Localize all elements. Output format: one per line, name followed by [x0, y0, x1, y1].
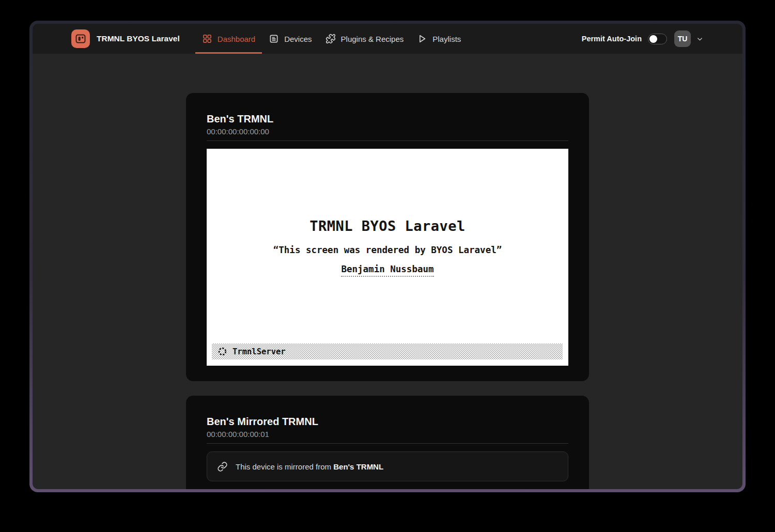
main-nav: Dashboard Devices — [195, 24, 468, 54]
mirror-source-device: Ben's TRMNL — [333, 462, 383, 471]
device-card-bens-trmnl: Ben's TRMNL 00:00:00:00:00:00 TRMNL BYOS… — [186, 93, 589, 381]
nav-item-dashboard[interactable]: Dashboard — [195, 24, 262, 54]
app-window-frame: TRMNL BYOS Laravel Dashboard — [29, 21, 746, 492]
card-divider — [207, 140, 568, 141]
device-mac-address: 00:00:00:00:00:00 — [207, 126, 568, 137]
nav-label: Playlists — [432, 35, 461, 43]
spinner-icon — [218, 347, 227, 356]
nav-item-playlists[interactable]: Playlists — [410, 24, 468, 54]
nav-label: Plugins & Recipes — [341, 35, 404, 43]
permit-auto-join-label: Permit Auto-Join — [582, 35, 642, 43]
screen-status-bar: TrmnlServer — [212, 343, 563, 359]
main-content: Ben's TRMNL 00:00:00:00:00:00 TRMNL BYOS… — [33, 54, 742, 489]
app-title[interactable]: TRMNL BYOS Laravel — [97, 34, 180, 43]
link-icon — [217, 461, 228, 472]
user-menu-button[interactable] — [696, 35, 704, 43]
navbar-inner: TRMNL BYOS Laravel Dashboard — [67, 24, 708, 54]
user-avatar[interactable]: TU — [674, 30, 691, 47]
device-name: Ben's TRMNL — [207, 112, 568, 126]
app-window: TRMNL BYOS Laravel Dashboard — [33, 24, 742, 489]
nav-item-plugins-recipes[interactable]: Plugins & Recipes — [319, 24, 411, 54]
nav-label: Dashboard — [218, 35, 255, 43]
nav-item-devices[interactable]: Devices — [262, 24, 318, 54]
device-card-bens-mirrored-trmnl: Ben's Mirrored TRMNL 00:00:00:00:00:01 T… — [186, 396, 589, 489]
nav-label: Devices — [284, 35, 312, 43]
device-list-icon — [269, 34, 279, 44]
screen-quote: “This screen was rendered by BYOS Larave… — [207, 245, 568, 255]
puzzle-icon — [326, 34, 336, 44]
mirror-notice-text: This device is mirrored from Ben's TRMNL — [236, 462, 383, 471]
card-divider — [207, 443, 568, 444]
screen-status-label: TrmnlServer — [233, 347, 286, 356]
top-navbar: TRMNL BYOS Laravel Dashboard — [33, 24, 742, 54]
chevron-down-icon — [696, 35, 704, 43]
screen-author: Benjamin Nussbaum — [341, 264, 433, 277]
toggle-knob — [649, 35, 657, 43]
device-screen-preview: TRMNL BYOS Laravel “This screen was rend… — [207, 149, 568, 366]
device-name: Ben's Mirrored TRMNL — [207, 414, 568, 429]
permit-auto-join-toggle[interactable] — [648, 34, 667, 44]
mirror-notice: This device is mirrored from Ben's TRMNL — [207, 451, 568, 481]
play-icon — [417, 34, 427, 44]
grid-icon — [202, 34, 212, 44]
mirror-notice-prefix: This device is mirrored from — [236, 462, 331, 471]
dashboard-container: Ben's TRMNL 00:00:00:00:00:00 TRMNL BYOS… — [186, 93, 589, 489]
device-mac-address: 00:00:00:00:00:01 — [207, 429, 568, 440]
app-logo[interactable] — [71, 29, 90, 48]
trmnl-device-icon — [74, 33, 87, 45]
screen-title: TRMNL BYOS Laravel — [207, 149, 568, 234]
